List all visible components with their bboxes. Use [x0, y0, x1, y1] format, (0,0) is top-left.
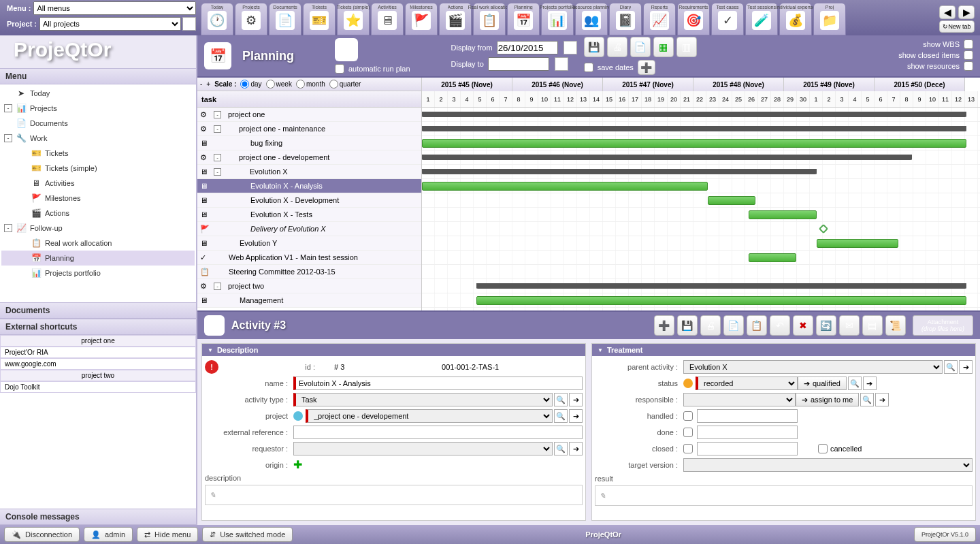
activity-type-select[interactable]: Task	[293, 393, 553, 406]
gantt-bar[interactable]	[422, 126, 966, 131]
columns-button[interactable]: ▥	[676, 37, 697, 57]
top-tab[interactable]: Real work allocation📋	[473, 3, 506, 35]
target-version-select[interactable]	[683, 458, 973, 472]
new-tab-button[interactable]: ↻New tab	[939, 20, 975, 33]
add-origin-icon[interactable]: ✚	[293, 458, 302, 471]
dropdown-icon[interactable]: ▾	[564, 41, 577, 54]
top-tab[interactable]: Test sessions🧪	[745, 3, 778, 35]
search-icon[interactable]: 🔍	[848, 377, 862, 390]
gantt-bar[interactable]	[749, 210, 817, 219]
gantt-bar[interactable]	[476, 283, 966, 289]
search-icon[interactable]: 🔍	[554, 442, 568, 455]
task-row[interactable]: 🖥Evolution Y	[197, 236, 421, 251]
nav-back-icon[interactable]: ◀	[939, 5, 956, 19]
tree-item[interactable]: 📋Real work allocation	[1, 236, 195, 251]
tree-item[interactable]: 📅Planning	[1, 251, 195, 266]
expander-icon[interactable]: -	[214, 283, 221, 290]
refresh-button[interactable]: 🔄	[816, 315, 836, 336]
gantt-bar[interactable]	[819, 224, 828, 234]
gantt-bar[interactable]	[476, 296, 966, 305]
search-icon[interactable]: 🔍	[554, 409, 568, 423]
multi-button[interactable]: ▤	[862, 315, 883, 336]
pdf-button[interactable]: 📄	[723, 315, 744, 336]
shortcut-link[interactable]: Project'Or RIA	[0, 347, 196, 358]
task-row[interactable]: 🖥Evolutoin X - Analysis	[197, 179, 421, 193]
auto-run-checkbox[interactable]	[335, 64, 344, 74]
top-tab[interactable]: Activities🖥	[371, 3, 404, 35]
treatment-section[interactable]: Treatment	[592, 344, 975, 356]
task-row[interactable]: ⚙-project two	[197, 279, 421, 293]
tree-item[interactable]: 📊Projects portfolio	[1, 266, 195, 281]
switched-mode-button[interactable]: ⇵ Use switched mode	[202, 527, 293, 542]
undo-button[interactable]: ↶	[770, 315, 790, 336]
top-tab[interactable]: Requirements🎯	[677, 3, 710, 35]
tree-item[interactable]: -📊Projects	[1, 101, 195, 116]
description-section[interactable]: Description	[202, 344, 585, 356]
print-button[interactable]: 🖨	[607, 37, 627, 57]
new-button[interactable]: ➕	[654, 315, 674, 336]
task-row[interactable]: 📋Steering Committee 2012-03-15	[197, 265, 421, 279]
expander-icon[interactable]: -	[214, 125, 221, 133]
expander-icon[interactable]: -	[214, 154, 221, 161]
scale-week-radio[interactable]	[266, 80, 275, 89]
export-button[interactable]: ▦	[653, 37, 674, 57]
result-richtext[interactable]: ✎	[595, 485, 973, 506]
console-section-header[interactable]: Console messages	[0, 509, 196, 525]
expander-icon[interactable]: -	[214, 168, 221, 176]
top-tab[interactable]: Proj📁	[813, 3, 846, 35]
done-checkbox[interactable]	[683, 428, 693, 437]
top-tab[interactable]: Documents📄	[269, 3, 301, 35]
parent-activity-select[interactable]: Evolution X	[683, 360, 943, 374]
handled-checkbox[interactable]	[683, 411, 693, 421]
save-button[interactable]: 💾	[584, 37, 604, 57]
top-tab[interactable]: Milestones🚩	[405, 3, 438, 35]
save-dates-checkbox[interactable]	[584, 63, 593, 72]
assign-to-me-button[interactable]: ➔ assign to me	[796, 393, 859, 406]
top-tab[interactable]: Diary📓	[609, 3, 642, 35]
tree-item[interactable]: 🎬Actions	[1, 206, 195, 221]
description-richtext[interactable]: ✎	[205, 485, 583, 505]
task-row[interactable]: ✓Web Application V1 - Main test session	[197, 251, 421, 265]
qualified-button[interactable]: ➔ qualified	[798, 377, 847, 390]
top-tab[interactable]: Projects⚙	[235, 3, 267, 35]
gantt-bar[interactable]	[817, 239, 898, 248]
goto-icon[interactable]: ➔	[569, 409, 583, 423]
gantt-bar[interactable]	[422, 182, 708, 191]
name-input[interactable]	[293, 377, 583, 390]
mail-button[interactable]: ✉	[839, 315, 860, 336]
tree-item[interactable]: 🎫Tickets	[1, 146, 195, 161]
search-icon[interactable]: 🔍	[860, 393, 874, 406]
show-closed-checkbox[interactable]	[964, 50, 973, 60]
top-tab[interactable]: Planning📅	[507, 3, 540, 35]
task-row[interactable]: 🖥-Evolution X	[197, 165, 421, 179]
tree-item[interactable]: -🔧Work	[1, 131, 195, 146]
disconnect-button[interactable]: 🔌 Disconnection	[4, 527, 80, 542]
goto-icon[interactable]: ➔	[569, 442, 583, 455]
done-date[interactable]	[697, 426, 798, 439]
gantt-bar[interactable]	[422, 139, 966, 148]
goto-icon[interactable]: ➔	[875, 393, 889, 406]
search-icon[interactable]: 🔍	[944, 360, 958, 374]
project-select[interactable]: All projects	[39, 17, 181, 31]
tree-item[interactable]: 📄Documents	[1, 116, 195, 131]
expand-all-icon[interactable]: +	[206, 80, 210, 88]
save-button[interactable]: 💾	[677, 315, 698, 336]
goto-icon[interactable]: ➔	[569, 393, 583, 406]
task-row[interactable]: 🖥Evolution X - Development	[197, 193, 421, 208]
copy-button[interactable]: 📋	[747, 315, 767, 336]
tree-item[interactable]: -📈Follow-up	[1, 221, 195, 236]
dropdown-icon[interactable]: ▾	[555, 57, 568, 71]
tree-item[interactable]: 🚩Milestones	[1, 191, 195, 206]
handled-date[interactable]	[697, 409, 798, 423]
add-button[interactable]: ➕	[638, 60, 655, 75]
shortcut-link[interactable]: Dojo Toolkit	[0, 381, 196, 393]
show-resources-checkbox[interactable]	[964, 61, 973, 71]
top-tab[interactable]: Tickets (simple)⭐	[337, 3, 370, 35]
scale-quarter-radio[interactable]	[329, 80, 338, 89]
top-tab[interactable]: Resource planning👥	[575, 3, 608, 35]
top-tab[interactable]: Tickets🎫	[303, 3, 336, 35]
print-button[interactable]: 🖨	[700, 315, 721, 336]
scale-month-radio[interactable]	[296, 80, 305, 89]
gantt-bar[interactable]	[422, 155, 912, 160]
attachment-dropzone[interactable]: Attachment (drop files here)	[913, 315, 973, 336]
